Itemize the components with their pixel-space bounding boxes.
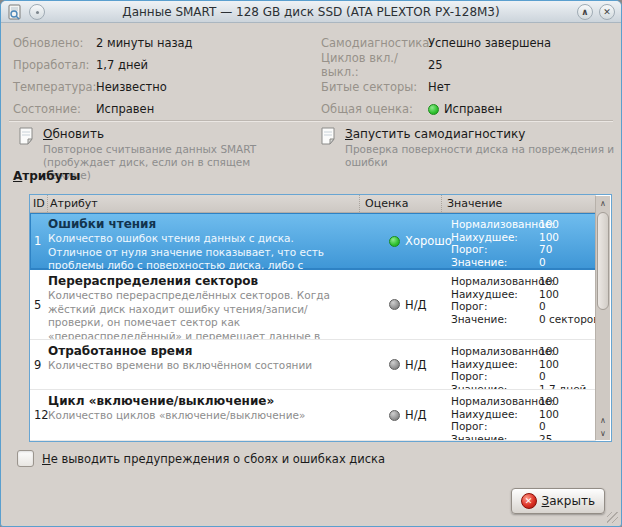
info-label: Температура: <box>13 80 96 94</box>
attr-id: 9 <box>30 340 47 389</box>
attr-values: Нормализованное:100 Наихудшее:100 Порог:… <box>441 390 596 440</box>
window-title: Данные SMART — 128 GB диск SSD (ATA PLEX… <box>51 5 571 19</box>
table-row-powercycle[interactable]: 12 Цикл «включение/выключение» Количеств… <box>30 390 596 441</box>
info-powercycles: Циклов вкл./выкл.: 25 <box>321 54 551 76</box>
overview-left: Обновлено: 2 минуты назад Проработал: 1,… <box>13 32 193 120</box>
scrollbar-thumb[interactable] <box>597 212 609 310</box>
selftest-label: Запустить самодиагностику <box>345 127 525 141</box>
chevron-up-icon: ∧ <box>581 7 588 17</box>
assessment-dot-icon <box>389 299 400 310</box>
info-label: Проработал: <box>13 58 96 72</box>
info-bad-sectors: Битые секторы: Нет <box>321 76 551 98</box>
table-row-read-errors[interactable]: 1 Ошибки чтения Количество ошибок чтения… <box>30 213 596 270</box>
vertical-scrollbar[interactable]: ∧ ∧ ∨ <box>595 196 610 440</box>
info-value: Успешно завершена <box>428 36 551 50</box>
attr-description: Количество циклов «включение/выключение» <box>48 409 351 423</box>
scroll-down-icon[interactable]: ∨ <box>596 427 610 440</box>
info-value: 2 минуты назад <box>96 36 193 50</box>
assessment-dot-icon <box>389 236 400 247</box>
attr-assessment: Н/Д <box>359 270 441 339</box>
selftest-doc-icon <box>319 127 337 145</box>
assessment-dot-icon <box>389 359 400 370</box>
attr-cell: Перераспределения секторов Количество пе… <box>47 270 359 339</box>
assessment-dot-icon <box>389 410 400 421</box>
close-icon: ✕ <box>603 7 611 17</box>
info-overall: Общая оценка: Исправен <box>321 98 551 120</box>
status-ok-icon <box>428 104 439 115</box>
column-header-id[interactable]: ID <box>30 195 47 212</box>
info-value: Исправен <box>428 102 502 116</box>
assessment-text: Н/Д <box>405 298 427 312</box>
close-x-icon: ✕ <box>521 493 537 509</box>
attr-assessment: Н/Д <box>359 390 441 440</box>
table-row-poweron-hours[interactable]: 9 Отработанное время Количество времени … <box>30 340 596 390</box>
column-header-attribute[interactable]: Атрибут <box>47 195 359 212</box>
attr-id: 1 <box>30 213 47 269</box>
info-updated: Обновлено: 2 минуты назад <box>13 32 193 54</box>
attr-values: Нормализованное:100 Наихудшее:100 Порог:… <box>441 213 596 269</box>
info-value: 25 <box>428 58 443 72</box>
info-overall-value: Исправен <box>444 102 502 116</box>
info-state: Состояние: Исправен <box>13 98 193 120</box>
attr-assessment: Н/Д <box>359 340 441 389</box>
selftest-button[interactable]: Запустить самодиагностику Проверка повер… <box>319 126 615 169</box>
info-value: Исправен <box>96 102 154 116</box>
refresh-doc-icon <box>17 127 35 145</box>
attr-cell: Цикл «включение/выключение» Количество ц… <box>47 390 359 440</box>
section-separator <box>9 120 613 122</box>
info-label: Обновлено: <box>13 36 96 50</box>
attr-cell: Отработанное время Количество времени во… <box>47 340 359 389</box>
checkbox-unchecked[interactable] <box>17 450 34 467</box>
checkbox-label: Не выводить предупреждения о сбоях и оши… <box>42 452 385 466</box>
close-button[interactable]: ✕ Закрыть <box>511 488 605 514</box>
info-label: Состояние: <box>13 102 96 116</box>
attributes-heading: Атрибуты <box>13 169 80 183</box>
attr-title: Перераспределения секторов <box>48 274 351 288</box>
close-button-label: Закрыть <box>542 494 595 508</box>
scroll-up-icon[interactable]: ∧ <box>596 414 610 427</box>
info-label: Циклов вкл./выкл.: <box>321 51 428 79</box>
column-header-value[interactable]: Значение <box>441 195 596 212</box>
suppress-warnings-checkbox-row[interactable]: Не выводить предупреждения о сбоях и оши… <box>17 450 385 467</box>
scroll-up-icon[interactable]: ∧ <box>596 197 610 210</box>
info-label: Самодиагностика: <box>321 36 428 50</box>
assessment-text: Н/Д <box>405 408 427 422</box>
smart-data-dialog: Данные SMART — 128 GB диск SSD (ATA PLEX… <box>0 0 622 527</box>
attr-values: Нормализованное:100 Наихудшее:100 Порог:… <box>441 270 596 339</box>
titlebar-menu-button[interactable] <box>29 4 45 20</box>
attr-description: Количество времени во включённом состоян… <box>48 359 351 373</box>
column-header-assessment[interactable]: Оценка <box>359 195 441 212</box>
attr-id: 5 <box>30 270 47 339</box>
attr-description: Количество ошибок чтения данных с диска.… <box>48 232 351 269</box>
shade-button[interactable]: ∧ <box>577 4 593 20</box>
table-header: ID Атрибут Оценка Значение <box>30 195 596 213</box>
attr-title: Отработанное время <box>48 344 351 358</box>
attr-title: Ошибки чтения <box>48 217 351 231</box>
window-close-button[interactable]: ✕ <box>599 4 615 20</box>
overview-right: Самодиагностика: Успешно завершена Цикло… <box>321 32 551 120</box>
resize-grip[interactable] <box>607 512 618 523</box>
info-value: Нет <box>428 80 450 94</box>
info-value: Неизвестно <box>96 80 167 94</box>
attr-values: Нормализованное:100 Наихудшее:100 Порог:… <box>441 340 596 389</box>
table-row-reallocated-sectors[interactable]: 5 Перераспределения секторов Количество … <box>30 270 596 340</box>
info-powered-on: Проработал: 1,7 дней <box>13 54 193 76</box>
attr-description: Количество перераспределённых секторов. … <box>48 289 351 339</box>
assessment-text: Н/Д <box>405 358 427 372</box>
refresh-label: Обновить <box>43 127 104 141</box>
info-temperature: Температура: Неизвестно <box>13 76 193 98</box>
info-value: 1,7 дней <box>96 58 148 72</box>
attr-title: Цикл «включение/выключение» <box>48 394 351 408</box>
attr-cell: Ошибки чтения Количество ошибок чтения д… <box>47 213 359 269</box>
info-label: Общая оценка: <box>321 102 428 116</box>
attr-assessment: Хорошо <box>359 213 441 269</box>
table-body: 1 Ошибки чтения Количество ошибок чтения… <box>30 213 596 441</box>
titlebar[interactable]: Данные SMART — 128 GB диск SSD (ATA PLEX… <box>1 1 621 23</box>
info-label: Битые секторы: <box>321 80 428 94</box>
window-icon[interactable] <box>7 4 23 20</box>
attr-id: 12 <box>30 390 47 440</box>
selftest-description: Проверка поверхности диска на повреждени… <box>345 143 615 169</box>
attributes-table: ID Атрибут Оценка Значение 1 Ошибки чтен… <box>29 194 612 442</box>
